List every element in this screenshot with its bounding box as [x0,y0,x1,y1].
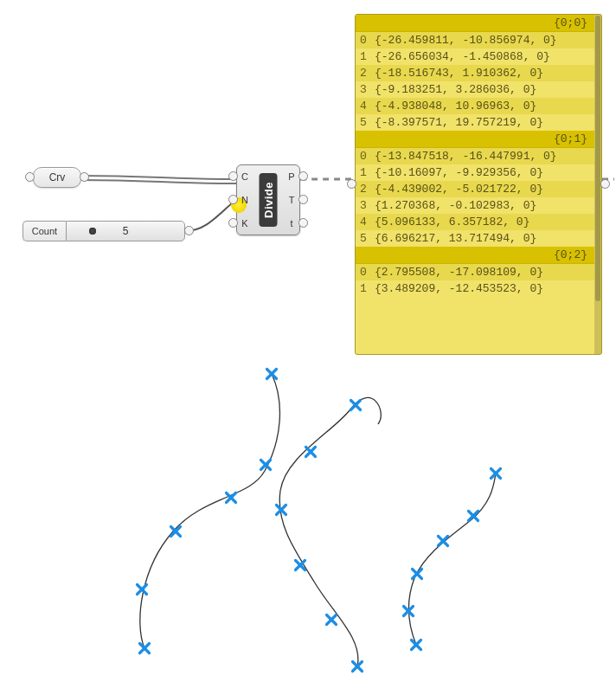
panel-row-index: 4 [356,100,371,113]
svg-line-22 [351,401,361,410]
panel-data-row: 0{-13.847518, -16.447991, 0} [356,148,594,164]
input-k[interactable]: K [241,218,247,228]
output-p[interactable]: P [288,171,294,182]
point-marker-icon [277,505,286,515]
svg-line-2 [138,585,147,595]
output-t-upper[interactable]: T [289,195,295,205]
panel-path-header: {0;2} [356,247,594,264]
panel-data-row: 4{-4.938048, 10.96963, 0} [356,98,594,114]
panel-data-row: 1{-10.16097, -9.929356, 0} [356,164,594,181]
point-marker-icon [171,527,181,537]
panel-row-value: {-9.183251, 3.286036, 0} [371,83,594,96]
svg-line-16 [296,561,305,570]
panel-output-grip[interactable] [600,179,610,189]
count-slider-track[interactable]: 5 [66,221,185,241]
svg-line-9 [261,460,271,470]
point-marker-icon [261,460,271,470]
svg-line-35 [491,469,501,479]
svg-line-13 [353,662,363,672]
output-t-lower[interactable]: t [290,218,292,228]
panel-row-index: 1 [356,166,371,179]
count-slider[interactable]: Count 5 [22,221,185,241]
panel-row-index: 5 [356,116,371,129]
svg-line-28 [413,569,422,579]
point-marker-icon [439,537,448,546]
slider-output-grip[interactable] [184,226,194,235]
crv-input-grip[interactable] [25,172,35,182]
point-marker-icon [491,469,501,479]
panel-row-index: 1 [356,50,371,63]
svg-line-27 [404,607,414,616]
panel-data-row: 0{-26.459811, -10.856974, 0} [356,32,594,48]
panel-row-index: 2 [356,67,371,80]
svg-line-25 [412,640,421,650]
count-slider-label: Count [22,221,66,241]
point-marker-icon [327,615,337,625]
svg-line-17 [296,561,305,570]
panel-scrollbar-thumb[interactable] [595,16,600,301]
input-c[interactable]: C [241,171,248,182]
panel-data-row: 5{-8.397571, 19.757219, 0} [356,114,594,131]
panel-row-value: {-4.439002, -5.021722, 0} [371,183,594,196]
svg-line-14 [327,615,337,625]
svg-line-20 [306,447,316,457]
panel-data-row: 3{-9.183251, 3.286036, 0} [356,81,594,98]
divide-in-n-grip[interactable] [228,195,238,204]
svg-line-0 [140,644,150,653]
point-marker-icon [404,607,414,616]
panel-row-index: 3 [356,83,371,96]
slider-handle-icon[interactable] [89,228,96,235]
svg-line-18 [277,505,286,515]
panel-row-index: 0 [356,150,371,163]
panel-row-index: 2 [356,183,371,196]
point-marker-icon [296,561,305,570]
viewport-curve [408,473,496,645]
svg-line-11 [267,370,277,379]
component-outputs: P T t [286,165,298,235]
panel-data-row: 1{-26.656034, -1.450868, 0} [356,48,594,65]
divide-out-T-grip[interactable] [298,195,308,204]
svg-line-21 [306,447,316,457]
point-marker-icon [351,401,361,410]
panel-row-value: {-10.16097, -9.929356, 0} [371,166,594,179]
point-marker-icon [138,585,147,595]
crv-param[interactable]: Crv [33,167,81,188]
panel-input-grip[interactable] [347,179,356,189]
panel-path-header: {0;0} [356,15,594,32]
crv-param-label: Crv [49,171,66,183]
panel-row-value: {1.270368, -0.102983, 0} [371,199,594,212]
svg-line-12 [353,662,363,672]
svg-line-8 [261,460,271,470]
panel-row-value: {3.489209, -12.453523, 0} [371,282,594,295]
svg-line-26 [404,607,414,616]
panel-row-value: {6.696217, 13.717494, 0} [371,232,594,245]
svg-line-1 [140,644,150,653]
data-panel[interactable]: {0;0}0{-26.459811, -10.856974, 0}1{-26.6… [355,14,602,355]
svg-line-6 [227,493,236,503]
point-marker-icon [140,644,150,653]
component-inputs: C N K [239,165,251,235]
point-marker-icon [267,370,277,379]
panel-data-row: 2{-4.439002, -5.021722, 0} [356,181,594,197]
svg-line-23 [351,401,361,410]
svg-line-10 [267,370,277,379]
svg-line-30 [439,537,448,546]
point-marker-icon [353,662,363,672]
divide-out-t-grip[interactable] [298,218,308,228]
panel-row-value: {-26.459811, -10.856974, 0} [371,34,594,47]
svg-line-31 [439,537,448,546]
svg-line-15 [327,615,337,625]
divide-out-p-grip[interactable] [298,171,308,181]
panel-row-index: 0 [356,34,371,47]
svg-line-7 [227,493,236,503]
divide-component[interactable]: C N K Divide P T t [236,164,300,235]
point-marker-icon [469,512,478,521]
crv-output-grip[interactable] [80,172,89,182]
divide-in-c-grip[interactable] [228,171,238,181]
input-n[interactable]: N [241,195,248,205]
panel-data-row: 3{1.270368, -0.102983, 0} [356,197,594,214]
divide-in-k-grip[interactable] [228,218,238,228]
point-marker-icon [227,493,236,503]
viewport-curve [279,397,381,666]
svg-line-24 [412,640,421,650]
